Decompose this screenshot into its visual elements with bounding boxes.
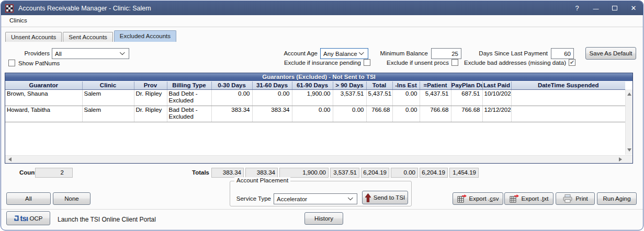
column-header: Clinic: [82, 82, 134, 89]
tab-excluded-accounts[interactable]: Excluded Accounts: [114, 30, 176, 42]
menu-clinics[interactable]: Clinics: [9, 17, 27, 24]
column-header: PayPlan Due: [451, 82, 482, 89]
app-window: Accounts Receivable Manager - Clinic: Sa…: [1, 1, 643, 230]
minimize-icon: —: [593, 5, 599, 11]
printer-icon: [562, 194, 573, 203]
scroll-up-icon[interactable]: [627, 93, 631, 96]
total-value: 6,204.19: [361, 168, 389, 178]
footer-divider: [1, 209, 643, 210]
chevron-down-icon: [120, 50, 125, 55]
column-header: Billing Type: [167, 82, 211, 89]
column-header: Guarantor: [5, 82, 82, 89]
checkmark-icon: ✔: [570, 59, 574, 65]
all-button[interactable]: All: [6, 192, 51, 205]
tab-sent-accounts[interactable]: Sent Accounts: [63, 32, 113, 42]
send-to-tsi-button[interactable]: Send to TSI: [362, 191, 408, 204]
help-button[interactable]: ?: [568, 1, 586, 15]
column-header: -Ins Est: [392, 82, 420, 89]
total-value: 383.34: [245, 168, 278, 178]
column-header: > 90 Days: [333, 82, 366, 89]
horizontal-scrollbar[interactable]: [5, 155, 632, 163]
run-aging-button[interactable]: Run Aging: [597, 192, 637, 205]
window-title: Accounts Receivable Manager - Clinic: Sa…: [18, 5, 151, 12]
title-bar: Accounts Receivable Manager - Clinic: Sa…: [1, 1, 643, 15]
scroll-down-icon[interactable]: [627, 148, 631, 152]
total-value: 3,537.51: [330, 168, 359, 178]
launch-portal-text: Launch the TSI Online Client Portal: [58, 216, 156, 223]
grid-table: Guarantor Clinic Prov Billing Type 0-30 …: [5, 82, 625, 122]
total-value: 6,204.19: [420, 168, 448, 178]
exclude-bad-addresses-label: Exclude bad addresses (missing data): [451, 60, 566, 66]
column-header: 61-90 Days: [292, 82, 333, 89]
export-table-icon: [457, 194, 467, 203]
tab-unsent-accounts[interactable]: Unsent Accounts: [5, 32, 62, 42]
guarantors-grid: Guarantors (Excluded) - Not Sent to TSI …: [5, 73, 633, 164]
column-header: Total: [366, 82, 392, 89]
grid-title: Guarantors (Excluded) - Not Sent to TSI: [5, 73, 632, 82]
print-button[interactable]: Print: [556, 192, 595, 205]
column-header: DateTime Suspended: [511, 82, 625, 89]
exclude-insurance-pending-label: Exclude if insurance pending: [273, 60, 361, 66]
account-age-select[interactable]: Any Balance: [320, 48, 368, 59]
totals-row: 383.34 383.34 1,900.00 3,537.51 6,204.19…: [211, 168, 479, 178]
account-placement-label: Account Placement: [234, 177, 290, 183]
app-icon: [5, 4, 14, 13]
export-csv-button[interactable]: Export .csv: [453, 192, 503, 205]
service-type-value: Accelerator: [277, 196, 307, 202]
column-header: 31-60 Days: [252, 82, 292, 89]
account-age-value: Any Balance: [323, 51, 357, 57]
total-value: 0.00: [391, 168, 418, 178]
count-value: 2: [35, 168, 73, 178]
table-row[interactable]: Brown, Shauna Salem Dr. Ripley Bad Debt …: [5, 89, 625, 106]
days-since-last-payment-input[interactable]: [551, 48, 574, 59]
column-header: =Patient: [420, 82, 451, 89]
menu-bar: Clinics: [1, 15, 643, 27]
scroll-right-icon[interactable]: [619, 157, 622, 161]
tsi-logo-text: tsı: [20, 214, 28, 223]
show-patnums-checkbox[interactable]: [8, 60, 15, 66]
providers-value: All: [55, 51, 62, 57]
ocp-label: OCP: [29, 215, 42, 222]
maximize-icon: [612, 6, 617, 10]
minimum-balance-input[interactable]: [431, 48, 461, 59]
tsi-ocp-button[interactable]: tsı OCP: [6, 211, 50, 225]
total-value: 1,900.00: [279, 168, 329, 178]
scroll-left-icon[interactable]: [8, 157, 12, 161]
tab-strip: Unsent Accounts Sent Accounts Excluded A…: [5, 30, 177, 42]
maximize-button[interactable]: [605, 1, 624, 15]
total-value: 1,454.19: [449, 168, 479, 178]
save-as-default-button[interactable]: Save As Default: [585, 47, 636, 60]
show-patnums-label: Show PatNums: [18, 60, 60, 66]
up-arrow-icon: [365, 193, 371, 202]
minimum-balance-label: Minimum Balance: [362, 50, 428, 56]
history-button[interactable]: History: [304, 212, 343, 225]
chevron-down-icon: [348, 195, 353, 200]
totals-label: Totals: [179, 169, 209, 176]
none-button[interactable]: None: [53, 192, 91, 205]
grid-header-row: Guarantor Clinic Prov Billing Type 0-30 …: [5, 82, 625, 89]
minimize-button[interactable]: —: [586, 1, 605, 15]
days-since-last-payment-label: Days Since Last Payment: [461, 50, 548, 56]
account-age-label: Account Age: [263, 50, 318, 56]
total-value: 383.34: [211, 168, 244, 178]
export-table-icon: [510, 194, 519, 203]
exclude-bad-addresses-checkbox[interactable]: ✔: [569, 59, 575, 66]
column-header: Last Paid: [482, 82, 511, 89]
providers-select[interactable]: All: [52, 48, 129, 59]
table-row[interactable]: Howard, Tabitha Salem Dr. Ripley Bad Deb…: [5, 106, 625, 122]
column-header: Prov: [134, 82, 167, 89]
vertical-scrollbar[interactable]: [625, 89, 632, 155]
close-button[interactable]: ✕: [624, 1, 643, 15]
export-txt-button[interactable]: Export .txt: [504, 192, 553, 205]
tsi-logo-icon: [14, 215, 19, 221]
exclude-unsent-procs-label: Exclude if unsent procs: [367, 60, 449, 66]
count-label: Count: [19, 169, 37, 176]
column-header: 0-30 Days: [211, 82, 252, 89]
service-type-label: Service Type: [231, 195, 271, 202]
providers-label: Providers: [12, 50, 50, 56]
service-type-select[interactable]: Accelerator: [274, 193, 357, 204]
